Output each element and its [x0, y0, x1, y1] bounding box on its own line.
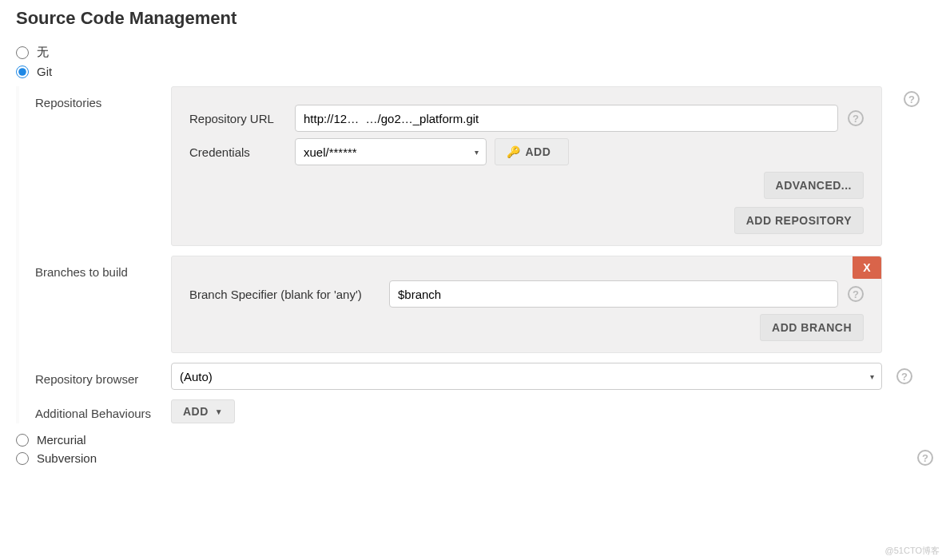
- help-icon[interactable]: ?: [896, 368, 912, 384]
- help-icon[interactable]: ?: [848, 286, 864, 302]
- branches-panel: X Branch Specifier (blank for 'any') ? A…: [171, 256, 882, 353]
- repo-browser-label: Repository browser: [35, 367, 171, 386]
- scm-label-mercurial: Mercurial: [37, 433, 86, 447]
- watermark: @51CTO博客: [885, 545, 940, 557]
- scm-label-subversion: Subversion: [37, 451, 97, 465]
- branch-specifier-input[interactable]: [389, 280, 838, 308]
- scm-radio-subversion[interactable]: [16, 452, 29, 465]
- add-branch-button[interactable]: Add Branch: [760, 314, 864, 341]
- add-behaviour-button[interactable]: Add ▼: [171, 399, 235, 423]
- help-icon[interactable]: ?: [904, 91, 920, 107]
- advanced-button[interactable]: Advanced...: [764, 172, 864, 199]
- chevron-down-icon: ▼: [215, 407, 223, 416]
- scm-radio-none[interactable]: [16, 46, 29, 59]
- scm-label-none: 无: [37, 45, 49, 60]
- repository-panel: Repository URL ? Credentials xuel/******…: [171, 86, 882, 246]
- add-credentials-label: Add: [526, 145, 551, 158]
- scm-radio-git[interactable]: [16, 66, 29, 78]
- scm-radio-mercurial[interactable]: [16, 434, 29, 447]
- credentials-select[interactable]: xuel/******: [295, 138, 487, 165]
- add-behaviour-label: Add: [183, 405, 209, 418]
- repo-url-label: Repository URL: [189, 112, 295, 125]
- repositories-label: Repositories: [35, 86, 171, 246]
- behaviours-label: Additional Behaviours: [35, 403, 171, 420]
- credentials-label: Credentials: [189, 145, 295, 159]
- help-icon[interactable]: ?: [917, 450, 933, 466]
- branches-label: Branches to build: [35, 256, 171, 353]
- help-icon[interactable]: ?: [848, 110, 864, 126]
- key-icon: 🔑: [507, 145, 521, 158]
- branch-specifier-label: Branch Specifier (blank for 'any'): [189, 288, 389, 301]
- page-title: Source Code Management: [16, 8, 930, 29]
- repo-browser-select[interactable]: (Auto): [171, 363, 882, 390]
- add-repository-button[interactable]: Add Repository: [734, 207, 864, 234]
- add-credentials-button[interactable]: 🔑 Add: [495, 138, 569, 165]
- delete-branch-button[interactable]: X: [853, 256, 881, 279]
- scm-label-git: Git: [37, 65, 52, 78]
- repo-url-input[interactable]: [295, 105, 838, 132]
